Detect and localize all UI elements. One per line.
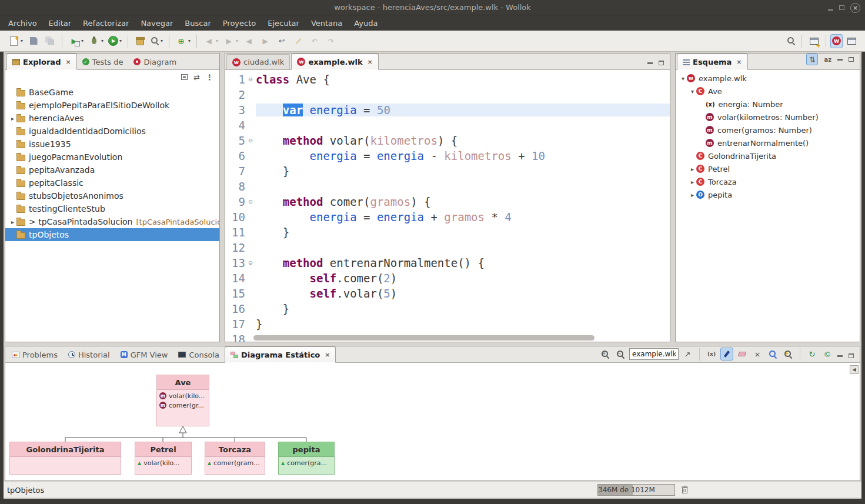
- focus-icon[interactable]: ⇅: [806, 54, 818, 65]
- class-box-golondrinatijerita[interactable]: GolondrinaTijerita: [9, 442, 121, 475]
- code-line-4[interactable]: 4: [225, 118, 670, 133]
- tab-explorad[interactable]: Explorad×: [6, 54, 77, 70]
- close-tab-icon[interactable]: ×: [65, 58, 71, 66]
- line-number[interactable]: 8: [225, 180, 245, 193]
- next-edit-button[interactable]: ▶: [258, 34, 273, 48]
- tab-example-wlk[interactable]: example.wlk×: [291, 54, 378, 70]
- window-minimize-button[interactable]: [828, 5, 833, 11]
- license-button[interactable]: ©: [821, 348, 834, 361]
- search-button[interactable]: [785, 34, 797, 48]
- tree-item-pepitaclassic[interactable]: pepitaClassic: [5, 176, 219, 189]
- minimize-view-icon[interactable]: [647, 62, 653, 64]
- window-close-button[interactable]: ×: [850, 3, 860, 13]
- fold-marker-icon[interactable]: ⊖: [245, 198, 256, 206]
- menu-archivo[interactable]: Archivo: [2, 17, 43, 29]
- code-line-17[interactable]: 17}: [225, 316, 670, 332]
- run-button[interactable]: ▾: [106, 34, 123, 48]
- line-number[interactable]: 7: [225, 165, 245, 178]
- link-with-editor-icon[interactable]: ⇄: [193, 73, 200, 82]
- outline-item-torcaza[interactable]: ▸CTorcaza: [676, 175, 860, 188]
- expand-arrow-icon[interactable]: ▸: [689, 179, 696, 185]
- line-number[interactable]: 1: [225, 73, 245, 86]
- prev-edit-button[interactable]: ◀: [241, 34, 256, 48]
- fold-marker-icon[interactable]: ⊖: [245, 136, 256, 145]
- zoom-out-button[interactable]: −: [614, 348, 627, 361]
- menu-buscar[interactable]: Buscar: [179, 17, 216, 29]
- debug-button[interactable]: ▾: [86, 34, 105, 48]
- tree-item-pepitaavanzada[interactable]: pepitaAvanzada: [5, 163, 219, 176]
- tree-item-juegopacmanevolution[interactable]: juegoPacmanEvolution: [5, 151, 219, 163]
- menu-refactorizar[interactable]: Refactorizar: [77, 17, 135, 29]
- tree-item-basegame[interactable]: BaseGame: [5, 86, 219, 99]
- line-number[interactable]: 18: [225, 333, 245, 342]
- outline-item-comer-gramos-number[interactable]: mcomer(gramos: Number): [676, 124, 860, 136]
- tree-item-testingclientestub[interactable]: testingClienteStub: [5, 202, 219, 215]
- outline-item-ave[interactable]: ▾CAve: [676, 85, 860, 98]
- zoom-in-button[interactable]: +: [599, 348, 612, 361]
- undo-button[interactable]: ↶: [307, 34, 322, 48]
- tab-historial[interactable]: Historial: [63, 347, 115, 362]
- jar-export-button[interactable]: [132, 34, 148, 48]
- expand-arrow-icon[interactable]: ▾: [679, 75, 687, 82]
- line-number[interactable]: 16: [225, 302, 245, 315]
- last-edit-button[interactable]: ↩: [274, 34, 289, 48]
- code-line-3[interactable]: 3 var energia = 50: [225, 102, 670, 118]
- maximize-view-icon[interactable]: [849, 353, 854, 358]
- class-box-pepita[interactable]: pepita▲comer(gra...: [278, 442, 335, 475]
- forward-button[interactable]: ▶▾: [221, 34, 240, 48]
- minimize-view-icon[interactable]: [837, 355, 843, 357]
- class-box-ave[interactable]: Avemvolar(kilo...mcomer(gr...: [156, 375, 209, 426]
- code-line-7[interactable]: 7 }: [225, 163, 670, 179]
- run-config-button[interactable]: ▾: [66, 34, 85, 48]
- expand-arrow-icon[interactable]: ▸: [689, 166, 696, 172]
- tab-tests-de[interactable]: Tests de: [77, 54, 129, 69]
- tab-gfm-view[interactable]: GFM View: [115, 347, 173, 362]
- new-element-button[interactable]: ⊕▾: [173, 34, 192, 48]
- tree-item-ejemplopepitaparaelsitiodewollok[interactable]: ejemploPepitaParaElSitioDeWollok: [5, 99, 219, 112]
- line-number[interactable]: 10: [225, 211, 245, 223]
- line-number[interactable]: 2: [225, 88, 245, 101]
- outline-item-example-wlk[interactable]: ▾wexample.wlk: [676, 72, 860, 85]
- diagram-canvas[interactable]: ◀ Avemvolar(kilo...mcomer(gr...Golondrin…: [5, 363, 860, 480]
- tab-diagrama-est-tico[interactable]: Diagrama Estático×: [225, 346, 336, 363]
- paint-button[interactable]: [720, 348, 733, 361]
- tree-item-stubsobjetosanonimos[interactable]: stubsObjetosAnonimos: [5, 189, 219, 202]
- maximize-view-icon[interactable]: [849, 57, 854, 62]
- workspace-perspective-button[interactable]: [844, 34, 859, 48]
- menu-ventana[interactable]: Ventana: [305, 17, 348, 29]
- clean-button[interactable]: ×: [751, 348, 764, 361]
- line-number[interactable]: 9: [225, 195, 245, 208]
- outline-item-entrenarnormalmente[interactable]: mentrenarNormalmente(): [676, 136, 860, 149]
- line-number[interactable]: 11: [225, 226, 245, 239]
- expand-arrow-icon[interactable]: ▸: [9, 115, 16, 122]
- search-wizard-button[interactable]: ▾: [149, 34, 165, 48]
- line-number[interactable]: 5: [225, 134, 245, 147]
- code-line-13[interactable]: 13⊖ method entrenarNormalmente() {: [225, 255, 670, 271]
- outline-item-volar-kilometros-number[interactable]: mvolar(kilometros: Number): [676, 111, 860, 124]
- sort-icon[interactable]: az: [824, 56, 831, 63]
- menu-proyecto[interactable]: Proyecto: [217, 17, 262, 29]
- new-wizard-button[interactable]: ▾: [6, 34, 25, 48]
- code-line-8[interactable]: 8: [225, 179, 670, 194]
- close-tab-icon[interactable]: ×: [368, 58, 373, 66]
- wollok-perspective-button[interactable]: [830, 34, 843, 48]
- menu-navegar[interactable]: Navegar: [135, 17, 179, 29]
- expand-arrow-icon[interactable]: ▸: [689, 192, 696, 198]
- tab-consola[interactable]: Consola: [173, 347, 225, 362]
- canvas-collapse-arrow[interactable]: ◀: [850, 365, 859, 374]
- line-number[interactable]: 13: [225, 256, 245, 269]
- outline-item-energia-number[interactable]: (x)energia: Number: [676, 98, 860, 111]
- tree-item-tpcasapintadasolucion[interactable]: ▸> tpCasaPintadaSolucion[tpCasaPintadaSo…: [5, 215, 219, 228]
- garbage-collect-button[interactable]: [681, 485, 689, 496]
- code-line-9[interactable]: 9⊖ method comer(gramos) {: [225, 194, 670, 209]
- eraser-button[interactable]: [736, 348, 749, 361]
- tree-item-igualdadidentidaddomicilios[interactable]: igualdadIdentidadDomicilios: [5, 125, 219, 138]
- tab-diagram[interactable]: Diagram: [128, 54, 182, 69]
- redo-button[interactable]: ↷: [323, 34, 339, 48]
- diagram-filename-input[interactable]: [629, 348, 679, 360]
- fold-marker-icon[interactable]: ⊖: [245, 75, 256, 84]
- outline-item-pepita[interactable]: ▸Opepita: [676, 188, 860, 201]
- tab-ciudad-wlk[interactable]: ciudad.wlk: [226, 54, 290, 69]
- tab-esquema[interactable]: Esquema ×: [677, 54, 748, 70]
- menu-ejecutar[interactable]: Ejecutar: [262, 17, 305, 29]
